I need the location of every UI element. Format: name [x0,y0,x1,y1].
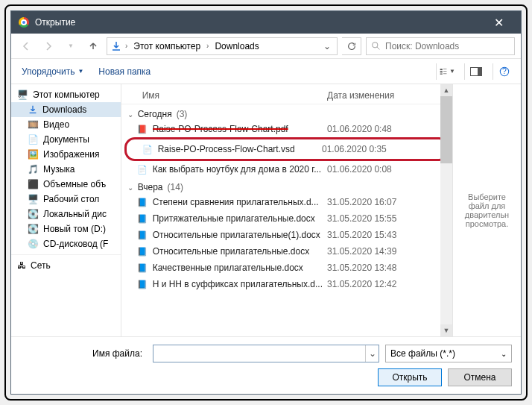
expand-icon[interactable]: › [16,262,23,270]
tree-pictures[interactable]: 🖼️Изображения [11,147,121,162]
group-yesterday[interactable]: ⌄ Вчера (14) [121,178,452,194]
doc-icon: 📄 [136,163,148,175]
file-row[interactable]: 📘Относительные прилагательные(1).docx31.… [121,227,452,243]
pictures-icon: 🖼️ [28,149,39,160]
svg-point-0 [373,43,378,48]
file-row[interactable]: 📘Относительные прилагательные.docx31.05.… [121,243,452,260]
group-today[interactable]: ⌄ Сегодня (3) [121,104,452,121]
nav-tree[interactable]: ⌄ 🖥️ Этот компьютер Downloads 🎞️Видео 📄Д… [11,84,121,336]
search-icon [371,41,381,51]
search-box[interactable] [366,37,515,55]
tree-network[interactable]: › 🖧 Сеть [11,258,121,273]
video-icon: 🎞️ [28,119,39,130]
organize-button[interactable]: Упорядочить ▼ [17,63,88,80]
column-headers[interactable]: Имя Дата изменения [121,87,452,104]
search-input[interactable] [385,41,510,51]
file-row[interactable]: 📄 Как выбрать ноутбук для дома в 2020 г.… [121,161,452,178]
scroll-up-button[interactable]: ▲ [440,84,452,96]
tree-newvol[interactable]: 💽Новый том (D:) [11,222,121,236]
tree-video[interactable]: 🎞️Видео [11,117,121,132]
documents-icon: 📄 [28,134,39,145]
up-button[interactable] [84,37,102,55]
docx-icon: 📘 [136,245,148,257]
file-icon: 📄 [142,143,153,155]
annotation-highlight: 📄 Raise-PO-Process-Flow-Chart.vsd 01.06.… [124,137,449,161]
back-button[interactable] [17,37,35,55]
tree-desktop[interactable]: 🖥️Рабочий стол [11,192,121,207]
new-folder-button[interactable]: Новая папка [94,63,155,80]
titlebar: Открытие ✕ [11,11,521,34]
chrome-icon [19,17,29,28]
expand-icon[interactable]: ⌄ [16,91,23,99]
scrollbar[interactable]: ▲ ▼ [440,84,452,336]
file-list[interactable]: Имя Дата изменения ⌄ Сегодня (3) 📕 Raise… [121,84,452,336]
breadcrumb-downloads[interactable]: Downloads [212,40,262,53]
svg-text:?: ? [502,66,507,75]
filename-input[interactable] [153,345,365,362]
toolbar: Упорядочить ▼ Новая папка ▼ ? [11,59,521,84]
navbar: ▼ › Этот компьютер › Downloads ⌄ [11,34,521,59]
chevron-down-icon: ▼ [449,68,455,75]
scroll-down-button[interactable]: ▼ [440,324,452,336]
file-row[interactable]: 📘Степени сравнения прилагательных.d...31… [121,194,452,210]
content-area: ⌄ 🖥️ Этот компьютер Downloads 🎞️Видео 📄Д… [11,84,521,336]
drive-icon: 💽 [28,224,39,234]
chevron-down-icon: ▼ [77,68,83,75]
breadcrumb-dropdown[interactable]: ⌄ [320,41,334,51]
svg-rect-6 [443,73,446,74]
tree-downloads[interactable]: Downloads [11,102,121,117]
cd-icon: 💿 [28,239,39,249]
svg-rect-2 [440,71,443,72]
open-dialog: Открытие ✕ ▼ › Этот компьютер › Download… [10,10,522,395]
drive-icon: 💽 [28,209,39,219]
downloads-icon [28,104,38,115]
file-type-filter[interactable]: Все файлы (*.*) ⌄ [385,345,512,362]
chevron-down-icon: ⌄ [127,183,133,192]
cancel-button[interactable]: Отмена [448,368,512,386]
file-row[interactable]: 📕 Raise-PO-Process-Flow-Chart.pdf 01.06.… [121,121,452,137]
chevron-right-icon: › [205,42,210,50]
docx-icon: 📘 [136,278,148,290]
svg-rect-5 [443,71,446,72]
tree-3d[interactable]: ⬛Объемные объ [11,177,121,192]
tree-this-pc[interactable]: ⌄ 🖥️ Этот компьютер [11,87,121,102]
preview-pane-button[interactable] [464,63,487,80]
help-button[interactable]: ? [493,63,515,80]
file-row[interactable]: 📘Н и НН в суффиксах прилагательных.d...3… [121,276,452,292]
docx-icon: 📘 [136,262,148,274]
tree-music[interactable]: 🎵Музыка [11,162,121,177]
file-row[interactable]: 📄 Raise-PO-Process-Flow-Chart.vsd 01.06.… [127,141,447,157]
file-row[interactable]: 📘Качественные прилагательные.docx31.05.2… [121,260,452,276]
combo-dropdown[interactable]: ⌄ [365,345,379,362]
docx-icon: 📘 [136,213,148,225]
view-mode-button[interactable]: ▼ [436,63,458,80]
tree-documents[interactable]: 📄Документы [11,132,121,147]
svg-rect-4 [443,69,446,69]
column-date[interactable]: Дата изменения [327,90,446,101]
column-name[interactable]: Имя [142,90,327,101]
refresh-button[interactable] [342,37,361,55]
recent-dropdown[interactable]: ▼ [62,37,80,55]
close-button[interactable]: ✕ [484,16,513,30]
footer: Имя файла: ⌄ Все файлы (*.*) ⌄ Открыть О… [11,336,521,394]
filename-combo[interactable]: ⌄ [153,345,379,362]
preview-pane: Выберите файл для дварительн просмотра. [452,84,521,336]
dialog-title: Открытие [35,17,484,28]
music-icon: 🎵 [28,164,39,175]
tree-cd[interactable]: 💿CD-дисковод (F [11,236,121,251]
file-row[interactable]: 📘Притяжательные прилагательные.docx31.05… [121,210,452,227]
open-button[interactable]: Открыть [378,368,442,386]
svg-rect-1 [440,69,443,70]
breadcrumb[interactable]: › Этот компьютер › Downloads ⌄ [107,37,338,55]
scroll-thumb[interactable] [440,96,452,163]
pdf-icon: 📕 [136,123,148,135]
tree-localdisk[interactable]: 💽Локальный дис [11,207,121,222]
breadcrumb-this-pc[interactable]: Этот компьютер [130,40,203,53]
cube-icon: ⬛ [28,179,39,189]
forward-button[interactable] [39,37,57,55]
chevron-down-icon: ⌄ [127,110,133,119]
desktop-icon: 🖥️ [28,194,39,204]
docx-icon: 📘 [136,229,148,241]
chevron-right-icon: › [124,42,129,50]
downloads-folder-icon [110,40,122,52]
